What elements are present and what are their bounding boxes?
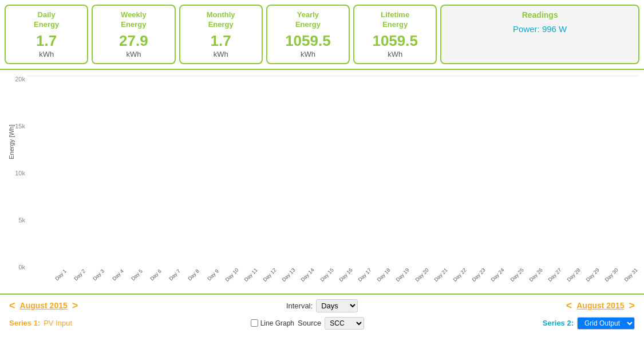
y-tick-0k: 0k bbox=[18, 264, 25, 271]
series2-date[interactable]: August 2015 bbox=[576, 301, 624, 310]
line-graph-text: Line Graph bbox=[260, 319, 294, 327]
series1-name: PV Input bbox=[44, 319, 72, 327]
series1-date[interactable]: August 2015 bbox=[20, 301, 68, 310]
monthly-energy-title: MonthlyEnergy bbox=[183, 10, 259, 30]
series-row: Series 1: PV Input Line Graph Source SCC… bbox=[9, 317, 635, 330]
series2-nav: < August 2015 > bbox=[566, 300, 635, 312]
daily-energy-title: DailyEnergy bbox=[8, 10, 85, 30]
yearly-energy-value: 1059.5 bbox=[270, 32, 346, 50]
line-graph-checkbox[interactable] bbox=[251, 319, 258, 327]
lifetime-energy-card: LifetimeEnergy 1059.5 kWh bbox=[353, 5, 437, 64]
y-axis-label: Energy [Wh] bbox=[8, 124, 15, 159]
y-tick-20k: 20k bbox=[15, 76, 25, 83]
series1-next-btn[interactable]: > bbox=[72, 300, 78, 312]
y-axis: 20k 15k 10k 5k 0k bbox=[6, 76, 27, 271]
weekly-energy-value: 27.9 bbox=[95, 32, 172, 50]
series1-nav: < August 2015 > bbox=[9, 300, 78, 312]
chart-area: 20k 15k 10k 5k 0k Energy [Wh] bbox=[6, 76, 638, 271]
y-tick-10k: 10k bbox=[15, 170, 25, 177]
source-select[interactable]: SCC Grid Battery bbox=[325, 317, 364, 330]
power-value: 996 W bbox=[542, 24, 567, 34]
readings-card: Readings Power: 996 W bbox=[440, 5, 639, 64]
readings-title: Readings bbox=[444, 10, 636, 19]
yearly-energy-card: YearlyEnergy 1059.5 kWh bbox=[266, 5, 350, 64]
monthly-energy-unit: kWh bbox=[183, 50, 259, 58]
y-tick-5k: 5k bbox=[18, 217, 25, 224]
source-label: Source bbox=[298, 319, 321, 327]
yearly-energy-title: YearlyEnergy bbox=[270, 10, 346, 30]
interval-select[interactable]: Days Weeks Months bbox=[316, 299, 358, 312]
monthly-energy-card: MonthlyEnergy 1.7 kWh bbox=[179, 5, 263, 64]
weekly-energy-title: WeeklyEnergy bbox=[95, 10, 172, 30]
lifetime-energy-value: 1059.5 bbox=[357, 32, 433, 50]
yearly-energy-unit: kWh bbox=[270, 50, 346, 58]
series2-label: Series 2: bbox=[543, 319, 574, 327]
series1-prev-btn[interactable]: < bbox=[9, 300, 15, 312]
series1-label: Series 1: bbox=[9, 319, 40, 327]
y-tick-15k: 15k bbox=[15, 123, 25, 130]
series2-select[interactable]: Grid Output PV Input Load bbox=[577, 317, 635, 330]
chart-container: 20k 15k 10k 5k 0k Energy [Wh] Day 1Day 2… bbox=[0, 70, 644, 293]
grid-line-75 bbox=[28, 76, 638, 76]
series2-next-btn[interactable]: > bbox=[629, 300, 635, 312]
series2-prev-btn[interactable]: < bbox=[566, 300, 572, 312]
power-label: Power: bbox=[513, 24, 540, 34]
daily-energy-value: 1.7 bbox=[8, 32, 85, 50]
header: DailyEnergy 1.7 kWh WeeklyEnergy 27.9 kW… bbox=[0, 0, 644, 70]
monthly-energy-value: 1.7 bbox=[183, 32, 259, 50]
chart-inner bbox=[27, 76, 638, 76]
x-axis: Day 1Day 2Day 3Day 4Day 5Day 6Day 7Day 8… bbox=[27, 271, 638, 279]
readings-power: Power: 996 W bbox=[444, 24, 636, 34]
chart-plot-area: Energy [Wh] bbox=[27, 76, 638, 271]
lifetime-energy-unit: kWh bbox=[357, 50, 433, 58]
weekly-energy-unit: kWh bbox=[95, 50, 172, 58]
interval-label: Interval: bbox=[286, 302, 313, 310]
line-graph-label[interactable]: Line Graph bbox=[251, 319, 294, 327]
interval-group: Interval: Days Weeks Months bbox=[286, 299, 358, 312]
daily-energy-unit: kWh bbox=[8, 50, 85, 58]
weekly-energy-card: WeeklyEnergy 27.9 kWh bbox=[92, 5, 175, 64]
controls: < August 2015 > Interval: Days Weeks Mon… bbox=[0, 293, 644, 334]
daily-energy-card: DailyEnergy 1.7 kWh bbox=[5, 5, 88, 64]
lifetime-energy-title: LifetimeEnergy bbox=[357, 10, 433, 30]
